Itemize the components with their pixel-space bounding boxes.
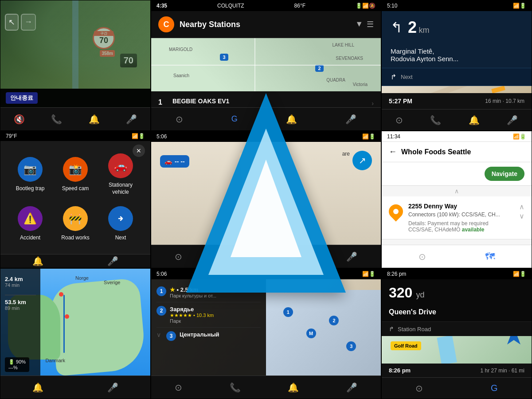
wf-back-button[interactable]: ←	[389, 147, 397, 156]
cell-uk-nav: 8:26 pm 📶🔋 320 yd Queen's Drive ↱ Statio…	[381, 268, 532, 399]
alert-temp: 79°F	[6, 133, 17, 139]
mid-status-icons: 📶🔋	[362, 133, 376, 140]
expand-icon[interactable]: ∧	[454, 188, 459, 195]
map-pin-3: 3	[346, 341, 356, 351]
list-icon[interactable]: ☰	[367, 20, 374, 29]
wf-status-bar: 11:34 📶🔋	[382, 131, 532, 142]
alert-speed-cam[interactable]: 📸 Speed cam	[53, 148, 98, 201]
map-road-h	[151, 65, 381, 66]
google-maps-icon[interactable]: 🗺	[485, 251, 495, 262]
alert-next[interactable]: Next	[98, 201, 143, 247]
mic-icon-bot[interactable]: 🎤	[346, 382, 357, 393]
nav-map-road	[491, 86, 505, 93]
mid-bottom-bar: ⊙ 📞 🔔 🎤	[151, 245, 381, 268]
turn-arrows: ↖ →	[5, 14, 36, 31]
map-danmark: Danmark	[45, 358, 65, 363]
scan-divider	[5, 295, 36, 295]
filter-icon[interactable]: ▼	[355, 20, 363, 29]
korean-map: ↖ → 구간 70 358m 70	[0, 0, 150, 89]
uk-distance-box: 320 yd	[382, 279, 532, 306]
mute-icon[interactable]: 🔇	[14, 114, 25, 125]
mic-icon-ev[interactable]: 🎤	[345, 114, 356, 125]
bot-cen-time: 5:06	[156, 271, 167, 277]
next-label: Next	[115, 235, 126, 242]
home-circle-bot[interactable]: ⊙	[175, 382, 182, 393]
phone-icon[interactable]: 📞	[51, 114, 62, 125]
nav-map-area	[382, 86, 532, 93]
mid-time: 5:06	[156, 133, 167, 140]
bot-num-2: 2	[156, 306, 166, 316]
bot-station-2[interactable]: 2 Зарядье ★★★★★ • 10.3 km Парк	[156, 302, 261, 328]
uk-eta-detail: 1 hr 27 min · 61 mi	[481, 368, 524, 374]
phone-icon-nav[interactable]: 📞	[430, 115, 441, 125]
google-icon-uk[interactable]: G	[491, 383, 498, 393]
station-name-1: BEGBIE OAKS EV1	[172, 98, 366, 105]
accident-icon: ⚠️	[18, 206, 43, 231]
google-icon[interactable]: G	[231, 114, 238, 124]
alert-road-works[interactable]: 🚧 Road works	[53, 201, 98, 247]
korean-top-bar: 안내종료	[0, 89, 150, 107]
bell-icon-alert[interactable]: 🔔	[32, 256, 43, 266]
bell-icon[interactable]: 🔔	[89, 114, 100, 125]
wf-payment-types: CCS/SAE, CHAdeMO available	[408, 227, 514, 233]
route-mid-pin	[65, 314, 69, 319]
wf-info-text: 2255 Denny Way Connectors (100 kW): CCS/…	[408, 203, 514, 233]
share-label: are	[342, 151, 350, 157]
map-sverige: Sverige	[104, 280, 120, 285]
turn-icon: ↰	[391, 19, 403, 36]
bot-sub-1: Парк культуры и от...	[170, 293, 261, 298]
speed-cam-icon: 📸	[63, 157, 88, 182]
mic-icon-nav[interactable]: 🎤	[507, 115, 518, 125]
mic-icon-scan[interactable]: 🎤	[107, 382, 118, 393]
map-pin-m: M	[306, 329, 316, 338]
mic-icon[interactable]: 🎤	[126, 114, 137, 125]
bell-icon-scan[interactable]: 🔔	[32, 382, 43, 393]
mid-map-road	[239, 152, 264, 235]
cell-russian-ev: 5:06 📶🔋 1 M 2 3 1 ★ • 2.5 km Парк	[151, 268, 381, 399]
phone-icon-bot[interactable]: 📞	[230, 382, 241, 393]
home-icon-nav[interactable]: ⊙	[395, 115, 403, 125]
wf-info-card: 2255 Denny Way Connectors (100 kW): CCS/…	[382, 196, 532, 239]
home-circle-wf[interactable]: ⊙	[419, 251, 426, 262]
next-turn-row: ↱ Next	[382, 68, 532, 86]
close-button[interactable]: ✕	[133, 145, 145, 157]
battery-indicator: 🔋 90% ---%	[5, 357, 29, 372]
cell-korean-nav: ↖ → 구간 70 358m 70 안내종료 🔇 📞 🔔 🎤	[0, 0, 151, 131]
nav-bottom-bar: ⊙ 📞 🔔 🎤	[382, 109, 532, 130]
home-circle-uk[interactable]: ⊙	[415, 383, 423, 394]
korean-badge: 안내종료	[6, 92, 38, 104]
road-name-1: Marginal Tietê,	[391, 47, 523, 55]
chevron-down-btn[interactable]: ∨	[519, 212, 524, 220]
chevron-up-btn[interactable]: ∧	[519, 203, 524, 211]
speed-cam-label: Speed cam	[62, 185, 89, 192]
speed-sign: 🚗 -- --	[160, 155, 189, 168]
main-grid: ↖ → 구간 70 358m 70 안내종료 🔇 📞 🔔 🎤 4:35	[0, 0, 532, 399]
nav-status-icons: 📶🔋	[513, 3, 526, 9]
ev-status-icons: 🔋📶🔕	[356, 3, 376, 9]
mid-map-bg: 🚗 -- -- ↗ are	[151, 142, 381, 245]
phone-icon-mid[interactable]: 📞	[230, 251, 241, 262]
cell-mid-map: 5:06 📶🔋 🚗 -- -- ↗ are ⊙ 📞 🔔 🎤	[151, 131, 381, 268]
alert-bootleg[interactable]: 📷 Bootleg trap	[8, 148, 53, 201]
alert-status-icons: 📶🔋	[132, 133, 145, 139]
mic-icon-alert[interactable]: 🎤	[107, 256, 118, 266]
navigate-button[interactable]: Navigate	[485, 167, 524, 181]
bot-bottom-bar: ⊙ 📞 🔔 🎤	[151, 376, 381, 399]
bell-icon-mid[interactable]: 🔔	[288, 251, 299, 262]
bell-icon-nav[interactable]: 🔔	[469, 115, 480, 125]
accident-label: Accident	[20, 235, 40, 242]
nav-distance-box: ↰ 2 km	[382, 11, 532, 44]
bot-station-1[interactable]: 1 ★ • 2.5 km Парк культуры и от...	[156, 283, 261, 302]
home-circle-mid[interactable]: ⊙	[175, 251, 182, 262]
home-circle-icon[interactable]: ⊙	[176, 114, 183, 125]
bell-icon-bot[interactable]: 🔔	[288, 382, 299, 393]
uk-eta-bar: 8:26 pm 1 hr 27 min · 61 mi	[382, 364, 532, 377]
station-item-1[interactable]: 1 BEGBIE OAKS EV1 Available • AC • $ 1.3…	[151, 91, 381, 107]
mic-icon-mid[interactable]: 🎤	[346, 251, 357, 262]
alert-accident[interactable]: ⚠️ Accident	[8, 201, 53, 247]
share-button[interactable]: ↗	[352, 151, 372, 170]
bell-icon-ev[interactable]: 🔔	[286, 114, 297, 125]
map-label-saanich: Saanich	[173, 73, 189, 78]
bot-station-3[interactable]: ∨ 3 Центральный	[156, 328, 261, 344]
map-pin-2: 2	[329, 316, 339, 325]
